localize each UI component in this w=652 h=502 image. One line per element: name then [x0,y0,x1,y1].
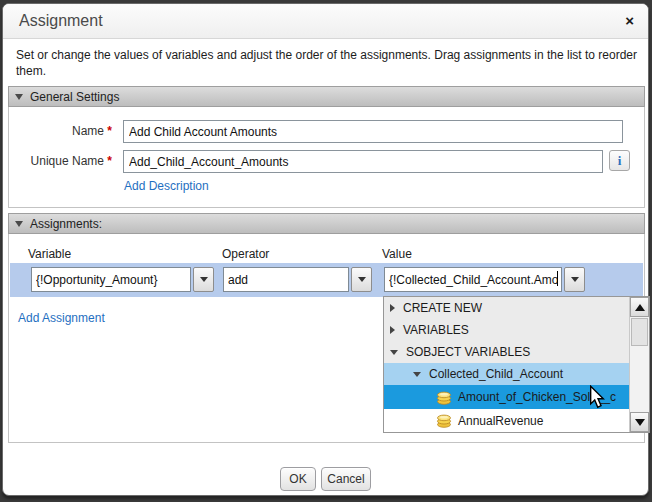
dropdown-item-collected-child-account[interactable]: Collected_Child_Account [384,363,629,385]
text-caret [557,271,558,286]
variable-dropdown-button[interactable] [193,267,214,292]
chevron-down-icon [200,277,208,282]
name-field[interactable] [123,120,623,143]
unique-name-field[interactable] [123,150,603,173]
dialog-title: Assignment [19,12,103,30]
collapse-icon [15,94,23,100]
value-picker-dropdown: CREATE NEW VARIABLES SOBJECT VARIABLES C… [383,296,650,433]
dropdown-scrollbar[interactable] [629,297,649,432]
add-description-link[interactable]: Add Description [124,179,209,193]
assignment-row[interactable] [10,263,643,297]
ok-button[interactable]: OK [280,467,316,491]
close-icon[interactable]: × [625,11,634,31]
info-icon[interactable]: i [609,150,630,171]
operator-combobox [223,267,372,292]
dropdown-item-sobject-variables[interactable]: SOBJECT VARIABLES [384,341,629,363]
expand-icon [390,326,395,334]
column-header-operator: Operator [222,247,269,261]
currency-coins-icon [436,413,452,428]
dropdown-item-create-new[interactable]: CREATE NEW [384,297,629,319]
dialog-description: Set or change the values of variables an… [16,47,638,79]
required-marker: * [107,124,112,138]
dialog-titlebar: Assignment × [3,4,648,39]
scroll-down-icon[interactable] [630,412,649,432]
assignments-header[interactable]: Assignments: [8,213,645,234]
assignments-title: Assignments: [30,217,102,231]
scroll-up-icon[interactable] [630,297,649,317]
general-settings-body: Name * Unique Name * i Add Description [8,107,645,208]
scrollbar-thumb[interactable] [631,318,648,346]
mouse-cursor-icon [588,385,606,413]
add-assignment-link[interactable]: Add Assignment [18,311,105,325]
general-settings-title: General Settings [30,90,119,104]
assignment-dialog: Assignment × Set or change the values of… [2,3,649,496]
collapse-icon [15,221,23,227]
name-label: Name * [12,124,112,138]
value-input[interactable] [384,267,562,292]
dropdown-item-variables[interactable]: VARIABLES [384,319,629,341]
required-marker: * [107,154,112,168]
variable-input[interactable] [31,267,191,292]
value-dropdown-button[interactable] [564,267,585,292]
cancel-button[interactable]: Cancel [321,467,371,491]
chevron-down-icon [571,277,579,282]
unique-name-label: Unique Name * [12,154,112,168]
variable-combobox [31,267,214,292]
value-combobox [384,267,585,292]
column-header-value: Value [382,247,412,261]
operator-input[interactable] [223,267,349,292]
collapse-icon [390,350,398,355]
general-settings-header[interactable]: General Settings [8,86,645,107]
operator-dropdown-button[interactable] [351,267,372,292]
expand-icon [390,304,395,312]
column-header-variable: Variable [28,247,71,261]
currency-coins-icon [436,390,452,405]
chevron-down-icon [358,277,366,282]
collapse-icon [413,372,421,377]
